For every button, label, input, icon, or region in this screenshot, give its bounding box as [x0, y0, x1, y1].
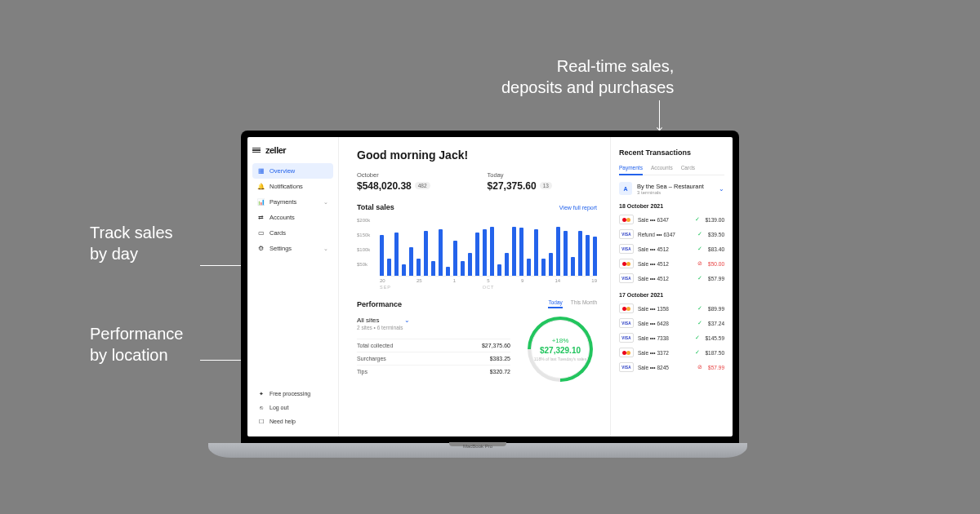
error-icon: ⊘ [697, 364, 702, 370]
sidebar-item-label: Settings [270, 245, 292, 252]
stat-october: October$548,020.38482 [357, 171, 430, 192]
transaction-date-header: 17 October 2021 [619, 292, 724, 298]
chart-bar [527, 259, 531, 276]
view-full-report-link[interactable]: View full report [559, 205, 597, 210]
chevron-down-icon: ⌄ [719, 185, 724, 193]
error-icon: ⊘ [697, 260, 702, 267]
chevron-down-icon: ⌄ [323, 246, 328, 252]
metric-row: Surcharges$383.25 [357, 352, 510, 365]
sidebar-footer-need-help[interactable]: ☐Need help [252, 414, 333, 428]
laptop-mockup: zeller ▦Overview🔔Notifications📊Payments⌄… [229, 131, 751, 457]
annotation-top: Real-time sales, deposits and purchases [501, 55, 674, 98]
transaction-row[interactable]: VISASale ••• 6428✓$37.24 [619, 316, 724, 330]
chart-bar [409, 247, 413, 277]
transaction-row[interactable]: VISASale ••• 4512✓$83.40 [619, 241, 724, 256]
check-icon: ✓ [695, 335, 700, 341]
chart-bar [439, 229, 443, 276]
chevron-down-icon: ⌄ [323, 199, 328, 206]
sidebar-item-settings[interactable]: ⚙Settings⌄ [252, 241, 333, 256]
sidebar-item-cards[interactable]: ▭Cards [252, 225, 333, 241]
chart-bar [475, 233, 479, 276]
account-avatar: A [619, 182, 632, 195]
account-selector[interactable]: A By the Sea – Restaurant 3 terminals ⌄ [619, 182, 724, 195]
chart-bar [505, 253, 509, 276]
visa-icon: VISA [619, 273, 634, 283]
gauge-sub: 118% of last Tuesday's sales [534, 357, 586, 361]
check-icon: ✓ [695, 349, 700, 356]
main-content: Good morning Jack! October$548,020.38482… [339, 137, 610, 436]
chart-bar [490, 227, 494, 276]
transaction-row[interactable]: Sale ••• 6347✓$139.00 [619, 212, 724, 227]
app-screen: zeller ▦Overview🔔Notifications📊Payments⌄… [247, 137, 733, 436]
stat-badge: 482 [415, 182, 430, 189]
sidebar-item-accounts[interactable]: ⇄Accounts [252, 210, 333, 225]
transaction-row[interactable]: Sale ••• 1358✓$89.99 [619, 301, 724, 316]
transaction-row[interactable]: Sale ••• 4512⊘$50.00 [619, 256, 724, 271]
chart-bar [380, 235, 384, 276]
visa-icon: VISA [619, 318, 634, 328]
chart-bar [534, 229, 538, 276]
sidebar-item-notifications[interactable]: 🔔Notifications [252, 179, 333, 194]
tab-cards[interactable]: Cards [681, 165, 695, 175]
sidebar-item-payments[interactable]: 📊Payments⌄ [252, 194, 333, 210]
card-icon: ▭ [257, 229, 265, 237]
sidebar-item-overview[interactable]: ▦Overview [252, 163, 333, 179]
chart-bar [461, 261, 465, 276]
chart-bar [549, 253, 553, 276]
sidebar-footer-free-processing[interactable]: ✦Free processing [252, 387, 333, 401]
chart-bar [431, 261, 435, 276]
sidebar-footer-log-out[interactable]: ⎋Log out [252, 401, 333, 414]
sidebar-item-label: Payments [270, 198, 296, 206]
metric-row: Tips$320.72 [357, 365, 510, 378]
chart-bar [468, 253, 472, 276]
transaction-row[interactable]: Sale ••• 3372✓$187.50 [619, 345, 724, 360]
check-icon: ✓ [697, 246, 702, 252]
section-title-performance: Performance [357, 300, 402, 308]
bars-icon: 📊 [257, 198, 265, 206]
transaction-row[interactable]: VISASale ••• 7338✓$145.59 [619, 330, 724, 345]
gauge-amount: $27,329.10 [534, 346, 586, 355]
tab-this-month[interactable]: This Month [571, 299, 597, 308]
mastercard-icon [619, 304, 634, 313]
transaction-date-header: 18 October 2021 [619, 203, 724, 209]
annotation-performance: Performance by location [90, 323, 184, 366]
tab-accounts[interactable]: Accounts [651, 165, 673, 175]
chart-bar [564, 231, 568, 276]
chart-bar [593, 237, 597, 276]
check-icon: ✓ [697, 305, 702, 312]
mastercard-icon [619, 348, 634, 357]
visa-icon: VISA [619, 362, 634, 372]
site-selector[interactable]: All sites ⌄ [357, 317, 510, 324]
tab-today[interactable]: Today [548, 299, 562, 308]
chart-bar [387, 259, 391, 276]
page-title: Good morning Jack! [357, 148, 597, 162]
mastercard-icon [619, 215, 634, 224]
stat-today: Today$27,375.6013 [488, 171, 552, 192]
swap-icon: ⇄ [257, 214, 265, 221]
chart-bar [416, 259, 421, 276]
tab-payments[interactable]: Payments [619, 165, 643, 175]
chart-bar [424, 231, 428, 276]
transaction-row[interactable]: VISARefund ••• 6347✓$39.50 [619, 227, 724, 241]
chevron-down-icon: ⌄ [404, 317, 410, 324]
visa-icon: VISA [619, 244, 634, 254]
chart-bar [402, 264, 406, 276]
transaction-row[interactable]: VISASale ••• 8245⊘$57.99 [619, 360, 724, 374]
transaction-row[interactable]: VISASale ••• 4512✓$57.99 [619, 271, 724, 286]
check-icon: ✓ [695, 216, 700, 223]
site-selector-sub: 2 sites • 6 terminals [357, 325, 510, 330]
chart-bar [483, 229, 487, 276]
chart-bar [497, 264, 501, 276]
chart-bar [571, 257, 575, 276]
annotation-track-sales: Track sales by day [90, 222, 173, 264]
brand-logo: zeller [265, 145, 286, 155]
sidebar-item-label: Cards [270, 229, 286, 237]
menu-icon[interactable] [252, 148, 261, 153]
mastercard-icon [619, 259, 634, 268]
chart-bar [586, 235, 590, 276]
bell-icon: 🔔 [257, 183, 265, 190]
help-icon: ☐ [257, 418, 265, 425]
chart-bar [541, 259, 546, 276]
chart-bar [446, 267, 450, 276]
grid-icon: ▦ [257, 167, 265, 175]
